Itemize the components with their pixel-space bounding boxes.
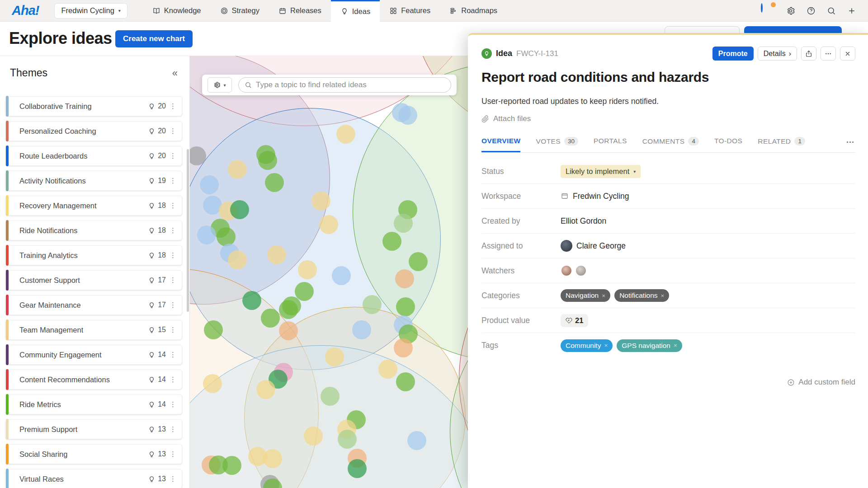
tab-related[interactable]: RELATED1 xyxy=(758,137,805,152)
remove-chip-icon[interactable]: × xyxy=(604,342,608,349)
aha-logo[interactable]: Aha! xyxy=(12,3,39,18)
tab-votes[interactable]: VOTES30 xyxy=(536,137,578,152)
idea-dot[interactable] xyxy=(230,200,249,219)
idea-dot[interactable] xyxy=(396,372,415,391)
watcher-avatar[interactable] xyxy=(561,265,572,277)
theme-menu-icon[interactable]: ⋮ xyxy=(170,450,176,458)
search-input[interactable] xyxy=(256,80,445,89)
idea-dot[interactable] xyxy=(311,192,330,211)
remove-chip-icon[interactable]: × xyxy=(661,292,665,299)
idea-dot[interactable] xyxy=(222,456,241,475)
category-chip[interactable]: Notifications× xyxy=(614,289,669,302)
idea-dot[interactable] xyxy=(325,347,344,366)
close-button[interactable] xyxy=(840,47,855,61)
nav-item-releases[interactable]: Releases xyxy=(269,0,331,22)
chart-settings-button[interactable]: ▾ xyxy=(208,77,232,93)
theme-card[interactable]: Social Sharing13⋮ xyxy=(5,444,182,464)
workspace-value[interactable]: Fredwin Cycling xyxy=(573,192,629,201)
idea-dot[interactable] xyxy=(394,338,413,357)
theme-menu-icon[interactable]: ⋮ xyxy=(170,375,176,384)
idea-dot[interactable] xyxy=(263,449,282,468)
theme-card[interactable]: Team Management15⋮ xyxy=(5,320,182,340)
idea-dot[interactable] xyxy=(319,215,338,234)
theme-menu-icon[interactable]: ⋮ xyxy=(170,326,176,334)
theme-menu-icon[interactable]: ⋮ xyxy=(170,102,176,110)
theme-menu-icon[interactable]: ⋮ xyxy=(170,301,176,309)
idea-dot[interactable] xyxy=(394,214,413,233)
tab-portals[interactable]: PORTALS xyxy=(594,137,627,152)
tab-overview[interactable]: OVERVIEW xyxy=(481,137,520,152)
details-button[interactable]: Details› xyxy=(758,47,797,61)
theme-menu-icon[interactable]: ⋮ xyxy=(170,152,176,160)
idea-dot[interactable] xyxy=(242,291,261,310)
settings-gear-icon[interactable] xyxy=(786,6,795,15)
idea-dot[interactable] xyxy=(352,320,371,339)
theme-card[interactable]: Ride Notifications18⋮ xyxy=(5,221,182,240)
assignee-name[interactable]: Claire George xyxy=(576,241,626,251)
idea-dot[interactable] xyxy=(279,300,298,319)
idea-dot[interactable] xyxy=(267,245,286,264)
record-reference[interactable]: FWCY-I-131 xyxy=(516,49,558,58)
idea-dot[interactable] xyxy=(398,106,417,125)
category-chip[interactable]: Navigation× xyxy=(561,289,610,302)
idea-dot[interactable] xyxy=(336,125,355,144)
idea-dot[interactable] xyxy=(197,225,216,244)
create-new-chart-button[interactable]: Create new chart xyxy=(115,30,193,47)
idea-dot[interactable] xyxy=(203,374,222,393)
theme-menu-icon[interactable]: ⋮ xyxy=(170,425,176,433)
theme-menu-icon[interactable]: ⋮ xyxy=(170,202,176,210)
theme-menu-icon[interactable]: ⋮ xyxy=(170,475,176,483)
add-plus-icon[interactable] xyxy=(847,6,856,15)
theme-card[interactable]: Gear Maintenance17⋮ xyxy=(5,295,182,315)
idea-dot[interactable] xyxy=(258,151,277,170)
theme-card[interactable]: Community Engagement14⋮ xyxy=(5,345,182,365)
tab-comments[interactable]: COMMENTS4 xyxy=(642,137,699,152)
more-actions-button[interactable] xyxy=(821,47,836,61)
idea-dot[interactable] xyxy=(200,175,219,194)
theme-menu-icon[interactable]: ⋮ xyxy=(170,177,176,185)
theme-card[interactable]: Premium Support13⋮ xyxy=(5,419,182,439)
theme-menu-icon[interactable]: ⋮ xyxy=(170,127,176,135)
theme-menu-icon[interactable]: ⋮ xyxy=(170,400,176,408)
help-icon[interactable] xyxy=(807,6,816,15)
remove-chip-icon[interactable]: × xyxy=(602,292,605,299)
idea-dot[interactable] xyxy=(256,380,275,399)
theme-card[interactable]: Virtual Races13⋮ xyxy=(5,469,182,488)
theme-menu-icon[interactable]: ⋮ xyxy=(170,251,176,259)
idea-dot[interactable] xyxy=(304,427,323,446)
attach-files-button[interactable]: Attach files xyxy=(481,114,855,123)
idea-dot[interactable] xyxy=(396,297,415,316)
idea-dot[interactable] xyxy=(382,232,401,251)
theme-menu-icon[interactable]: ⋮ xyxy=(170,276,176,284)
status-dropdown[interactable]: Likely to implement ▾ xyxy=(561,165,641,178)
tabs-overflow-button[interactable]: … xyxy=(846,135,854,145)
watcher-avatar[interactable] xyxy=(575,265,587,277)
theme-card[interactable]: Content Recommendations14⋮ xyxy=(5,370,182,389)
theme-card[interactable]: Customer Support17⋮ xyxy=(5,270,182,290)
idea-dot[interactable] xyxy=(363,295,382,314)
collapse-sidebar-icon[interactable]: « xyxy=(172,68,178,78)
sidebar-scrollbar[interactable] xyxy=(187,149,189,312)
theme-card[interactable]: Training Analytics18⋮ xyxy=(5,245,182,265)
idea-dot[interactable] xyxy=(204,320,223,339)
add-custom-field-button[interactable]: Add custom field xyxy=(787,378,855,387)
theme-card[interactable]: Collaborative Training20⋮ xyxy=(5,96,182,116)
nav-item-roadmaps[interactable]: Roadmaps xyxy=(440,0,507,22)
idea-dot[interactable] xyxy=(279,321,298,340)
product-value-score[interactable]: # 21 xyxy=(561,314,588,327)
nav-item-knowledge[interactable]: Knowledge xyxy=(143,0,211,22)
created-by-value[interactable]: Elliot Gordon xyxy=(561,216,606,226)
nav-item-features[interactable]: Features xyxy=(380,0,440,22)
tag-chip[interactable]: Community× xyxy=(561,339,613,352)
idea-dot[interactable] xyxy=(338,430,357,449)
idea-dot[interactable] xyxy=(395,269,414,288)
avatar[interactable] xyxy=(761,3,763,13)
user-avatar[interactable] xyxy=(761,4,775,18)
workspace-selector[interactable]: Fredwin Cycling ▾ xyxy=(54,3,127,19)
promote-button[interactable]: Promote xyxy=(712,47,754,61)
theme-menu-icon[interactable]: ⋮ xyxy=(170,226,176,235)
idea-dot[interactable] xyxy=(409,252,428,271)
idea-dot[interactable] xyxy=(321,387,340,406)
idea-dot[interactable] xyxy=(332,266,351,285)
nav-item-strategy[interactable]: Strategy xyxy=(211,0,269,22)
